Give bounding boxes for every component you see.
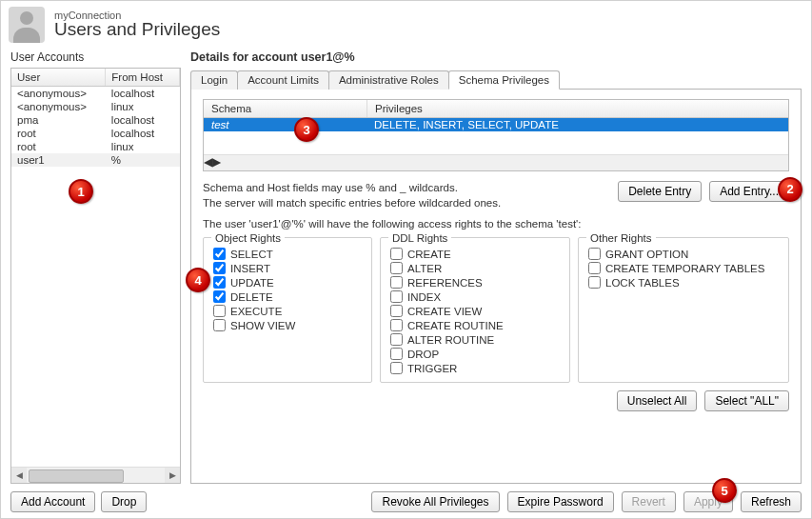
checkbox[interactable] [390, 248, 403, 260]
object-right-delete[interactable]: DELETE [213, 290, 362, 303]
checkbox[interactable] [213, 305, 226, 317]
checkbox-label: DELETE [230, 291, 273, 303]
table-row[interactable]: rootlinux [11, 140, 180, 153]
tab-admin-roles[interactable]: Administrative Roles [328, 70, 449, 90]
object-rights-legend: Object Rights [211, 232, 285, 244]
checkbox-label: INDEX [407, 291, 441, 303]
tab-login[interactable]: Login [190, 70, 238, 90]
table-row[interactable]: pmalocalhost [11, 113, 180, 127]
add-account-button[interactable]: Add Account [10, 491, 95, 512]
checkbox-label: SELECT [230, 249, 273, 260]
checkbox[interactable] [588, 248, 601, 260]
access-line: The user 'user1'@'%' will have the follo… [203, 218, 789, 230]
user-accounts-title: User Accounts [10, 50, 181, 64]
other-right-create-temporary-tables[interactable]: CREATE TEMPORARY TABLES [588, 262, 779, 274]
checkbox-label: DROP [407, 349, 439, 360]
col-privileges[interactable]: Privileges [367, 100, 430, 117]
avatar-icon [9, 7, 45, 43]
checkbox-label: ALTER ROUTINE [407, 334, 494, 346]
other-right-grant-option[interactable]: GRANT OPTION [588, 248, 779, 260]
checkbox-label: LOCK TABLES [605, 277, 680, 289]
ddl-right-trigger[interactable]: TRIGGER [390, 362, 560, 374]
ddl-right-drop[interactable]: DROP [390, 348, 560, 360]
horizontal-scrollbar[interactable]: ◀ ▶ [11, 467, 180, 483]
checkbox-label: REFERENCES [407, 277, 483, 289]
checkbox-label: INSERT [230, 263, 270, 274]
tab-schema-privileges[interactable]: Schema Privileges [448, 70, 560, 90]
details-title: Details for account user1@% [190, 50, 802, 64]
checkbox[interactable] [213, 248, 226, 260]
schema-row-selected[interactable]: test DELETE, INSERT, SELECT, UPDATE [204, 118, 788, 131]
table-row[interactable]: rootlocalhost [11, 127, 180, 140]
unselect-all-button[interactable]: Unselect All [617, 390, 698, 411]
select-all-button[interactable]: Select "ALL" [704, 390, 789, 411]
checkbox[interactable] [390, 305, 403, 317]
checkbox[interactable] [588, 262, 601, 274]
checkbox-label: EXECUTE [230, 306, 282, 317]
details-panel: Details for account user1@% Login Accoun… [187, 47, 811, 518]
ddl-right-index[interactable]: INDEX [390, 290, 560, 303]
scroll-left-icon[interactable]: ◀ [204, 155, 212, 170]
ddl-right-references[interactable]: REFERENCES [390, 276, 560, 289]
table-row[interactable]: <anonymous>linux [11, 100, 180, 113]
checkbox[interactable] [390, 333, 403, 346]
ddl-rights-group: DDL Rights CREATEALTERREFERENCESINDEXCRE… [380, 237, 570, 383]
ddl-right-create-view[interactable]: CREATE VIEW [390, 305, 560, 317]
ddl-right-alter-routine[interactable]: ALTER ROUTINE [390, 333, 560, 346]
ddl-right-create-routine[interactable]: CREATE ROUTINE [390, 319, 560, 331]
checkbox[interactable] [390, 290, 403, 303]
object-rights-group: Object Rights SELECTINSERTUPDATEDELETEEX… [203, 237, 372, 383]
callout-badge-1: 1 [69, 179, 93, 204]
drop-button[interactable]: Drop [101, 491, 147, 512]
checkbox-label: CREATE ROUTINE [407, 320, 504, 331]
revoke-all-button[interactable]: Revoke All Privileges [371, 491, 499, 512]
expire-password-button[interactable]: Expire Password [507, 491, 614, 512]
apply-button[interactable]: Apply [683, 491, 733, 512]
user-accounts-table[interactable]: User From Host <anonymous>localhost <ano… [10, 68, 181, 484]
object-right-execute[interactable]: EXECUTE [213, 305, 362, 317]
checkbox[interactable] [213, 262, 226, 274]
checkbox[interactable] [390, 348, 403, 360]
col-user[interactable]: User [11, 69, 106, 87]
object-right-update[interactable]: UPDATE [213, 276, 362, 289]
object-right-select[interactable]: SELECT [213, 248, 362, 260]
table-row-selected[interactable]: user1% [11, 153, 180, 167]
checkbox-label: SHOW VIEW [230, 320, 295, 331]
scroll-right-icon[interactable]: ▶ [212, 155, 221, 170]
user-accounts-panel: User Accounts User From Host <anonymous>… [1, 47, 187, 518]
schema-cell: test [204, 118, 366, 131]
tab-account-limits[interactable]: Account Limits [237, 70, 329, 90]
col-schema[interactable]: Schema [204, 100, 367, 117]
delete-entry-button[interactable]: Delete Entry [618, 181, 702, 202]
col-from-host[interactable]: From Host [106, 69, 180, 87]
checkbox[interactable] [390, 362, 403, 374]
revert-button[interactable]: Revert [622, 491, 676, 512]
scroll-right-icon[interactable]: ▶ [165, 468, 180, 483]
tabs: Login Account Limits Administrative Role… [190, 70, 802, 90]
ddl-right-create[interactable]: CREATE [390, 248, 560, 260]
schema-privileges-table[interactable]: Schema Privileges test DELETE, INSERT, S… [203, 99, 789, 171]
checkbox-label: TRIGGER [407, 363, 457, 374]
checkbox[interactable] [588, 276, 601, 289]
ddl-right-alter[interactable]: ALTER [390, 262, 560, 274]
checkbox-label: GRANT OPTION [605, 249, 688, 260]
checkbox-label: ALTER [407, 263, 442, 274]
other-right-lock-tables[interactable]: LOCK TABLES [588, 276, 779, 289]
checkbox[interactable] [213, 290, 226, 303]
checkbox[interactable] [390, 262, 403, 274]
ddl-rights-legend: DDL Rights [388, 232, 451, 244]
object-right-show-view[interactable]: SHOW VIEW [213, 319, 362, 331]
checkbox[interactable] [213, 276, 226, 289]
checkbox[interactable] [390, 276, 403, 289]
refresh-button[interactable]: Refresh [741, 491, 802, 512]
scroll-left-icon[interactable]: ◀ [11, 468, 27, 483]
other-rights-legend: Other Rights [586, 232, 656, 244]
horizontal-scrollbar[interactable]: ◀ ▶ [204, 154, 788, 170]
checkbox[interactable] [390, 319, 403, 331]
checkbox-label: CREATE TEMPORARY TABLES [605, 263, 764, 274]
object-right-insert[interactable]: INSERT [213, 262, 362, 274]
table-row[interactable]: <anonymous>localhost [11, 87, 180, 101]
add-entry-button[interactable]: Add Entry... [709, 181, 789, 202]
hint-line-1: Schema and Host fields may use % and _ w… [203, 181, 501, 196]
checkbox[interactable] [213, 319, 226, 331]
